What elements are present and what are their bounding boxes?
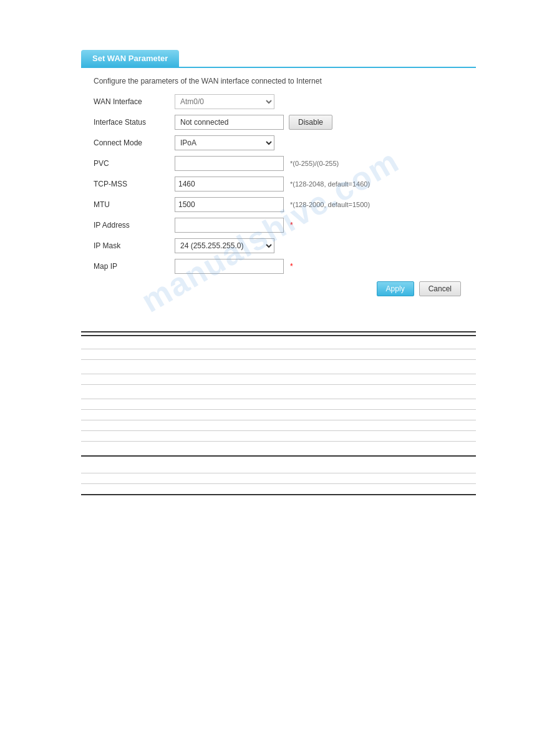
line-thin-3 bbox=[81, 374, 476, 374]
wan-interface-label: WAN Interface bbox=[94, 97, 175, 106]
ip-address-label: IP Address bbox=[94, 221, 175, 230]
mtu-row: MTU *(128-2000, default=1500) bbox=[94, 197, 463, 212]
mtu-control: *(128-2000, default=1500) bbox=[175, 197, 370, 212]
mtu-label: MTU bbox=[94, 200, 175, 209]
line-group-5 bbox=[81, 384, 476, 385]
line-thick-4 bbox=[81, 494, 476, 495]
wan-interface-row: WAN Interface Atm0/0 bbox=[94, 94, 463, 109]
line-thin-2 bbox=[81, 359, 476, 360]
line-group-7 bbox=[81, 409, 476, 410]
interface-status-label: Interface Status bbox=[94, 118, 175, 127]
line-thin-6 bbox=[81, 409, 476, 410]
tcp-mss-control: *(128-2048, default=1460) bbox=[175, 177, 370, 191]
ip-address-input[interactable] bbox=[175, 218, 284, 233]
line-thin-1 bbox=[81, 349, 476, 349]
line-group-11 bbox=[81, 455, 476, 457]
map-ip-row: Map IP * bbox=[94, 259, 463, 274]
line-group-8 bbox=[81, 420, 476, 420]
action-row: Apply Cancel bbox=[94, 281, 463, 296]
ip-mask-select[interactable]: 24 (255.255.255.0) 16 (255.255.0.0) 8 (2… bbox=[175, 238, 274, 253]
ip-address-control: * bbox=[175, 218, 293, 233]
line-thin-9 bbox=[81, 441, 476, 442]
interface-status-control: Not connected Disable bbox=[175, 115, 332, 130]
tcp-mss-row: TCP-MSS *(128-2048, default=1460) bbox=[94, 177, 463, 191]
mtu-input[interactable] bbox=[175, 197, 284, 212]
line-group-10 bbox=[81, 441, 476, 442]
pvc-input[interactable] bbox=[175, 156, 284, 171]
connect-mode-control: IPoA PPPoA PPPoE Bridge bbox=[175, 135, 274, 150]
connect-mode-select[interactable]: IPoA PPPoA PPPoE Bridge bbox=[175, 135, 274, 150]
line-group-14 bbox=[81, 494, 476, 495]
ip-address-required: * bbox=[290, 221, 293, 230]
pvc-row: PVC *(0-255)/(0-255) bbox=[94, 156, 463, 171]
line-thin-10 bbox=[81, 473, 476, 473]
wan-parameter-panel: Configure the parameters of the WAN inte… bbox=[81, 67, 476, 309]
wan-interface-select[interactable]: Atm0/0 bbox=[175, 94, 274, 109]
tcp-mss-label: TCP-MSS bbox=[94, 180, 175, 188]
line-thick-1 bbox=[81, 331, 476, 332]
interface-status-row: Interface Status Not connected Disable bbox=[94, 115, 463, 130]
line-thick-3 bbox=[81, 455, 476, 457]
mtu-hint: *(128-2000, default=1500) bbox=[290, 201, 370, 208]
map-ip-label: Map IP bbox=[94, 262, 175, 271]
line-thin-8 bbox=[81, 430, 476, 431]
ip-mask-label: IP Mask bbox=[94, 241, 175, 250]
line-group-4 bbox=[81, 374, 476, 374]
line-thin-5 bbox=[81, 399, 476, 399]
apply-button[interactable]: Apply bbox=[377, 281, 414, 296]
line-thin-11 bbox=[81, 483, 476, 484]
line-thin-4 bbox=[81, 384, 476, 385]
ip-mask-control: 24 (255.255.255.0) 16 (255.255.0.0) 8 (2… bbox=[175, 238, 274, 253]
connect-mode-row: Connect Mode IPoA PPPoA PPPoE Bridge bbox=[94, 135, 463, 150]
map-ip-input[interactable] bbox=[175, 259, 284, 274]
line-group-13 bbox=[81, 483, 476, 484]
interface-status-value: Not connected bbox=[175, 115, 284, 130]
connect-mode-label: Connect Mode bbox=[94, 138, 175, 147]
line-thin-7 bbox=[81, 420, 476, 420]
tcp-mss-hint: *(128-2048, default=1460) bbox=[290, 180, 370, 188]
map-ip-control: * bbox=[175, 259, 293, 274]
wan-interface-control: Atm0/0 bbox=[175, 94, 274, 109]
panel-tab: Set WAN Parameter bbox=[81, 50, 179, 67]
line-thick-2 bbox=[81, 335, 476, 336]
line-group-6 bbox=[81, 399, 476, 399]
lines-section bbox=[81, 331, 476, 495]
pvc-hint: *(0-255)/(0-255) bbox=[290, 160, 339, 167]
disable-button[interactable]: Disable bbox=[289, 115, 332, 130]
ip-address-row: IP Address * bbox=[94, 218, 463, 233]
cancel-button[interactable]: Cancel bbox=[419, 281, 461, 296]
map-ip-required: * bbox=[290, 262, 293, 271]
line-group-2 bbox=[81, 349, 476, 349]
line-group-9 bbox=[81, 430, 476, 431]
ip-mask-row: IP Mask 24 (255.255.255.0) 16 (255.255.0… bbox=[94, 238, 463, 253]
pvc-control: *(0-255)/(0-255) bbox=[175, 156, 339, 171]
panel-description: Configure the parameters of the WAN inte… bbox=[94, 77, 463, 85]
tcp-mss-input[interactable] bbox=[175, 177, 284, 191]
pvc-label: PVC bbox=[94, 159, 175, 168]
line-group-12 bbox=[81, 473, 476, 473]
line-group-1 bbox=[81, 331, 476, 336]
line-group-3 bbox=[81, 359, 476, 360]
